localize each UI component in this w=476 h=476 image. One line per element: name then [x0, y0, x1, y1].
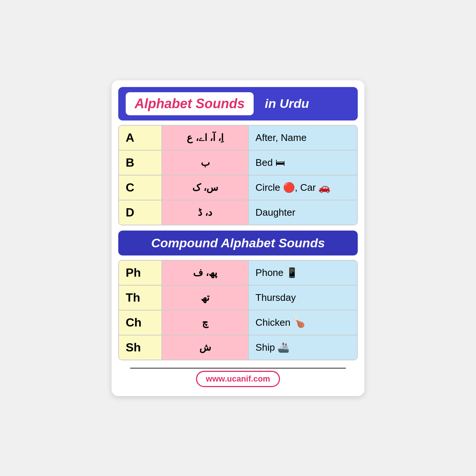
english-cell: Thursday: [249, 286, 357, 310]
compound-header-section: Compound Alphabet Sounds: [118, 231, 358, 255]
urdu-cell: د، ڈ: [162, 200, 249, 225]
urdu-cell: اِ، آ، اے، ع: [162, 126, 249, 150]
title-box: Alphabet Sounds: [126, 92, 254, 115]
compound-title: Compound Alphabet Sounds: [151, 236, 325, 250]
header-section: Alphabet Sounds in Urdu: [118, 87, 358, 120]
website-badge: www.ucanif.com: [196, 371, 280, 387]
table-row: D د، ڈ Daughter: [119, 200, 357, 225]
letter-cell: Ph: [119, 261, 162, 285]
subtitle: in Urdu: [265, 96, 309, 111]
footer-divider: [130, 368, 346, 369]
english-cell: Daughter: [249, 200, 357, 225]
table-row: Sh ش Ship 🚢: [119, 335, 357, 360]
table-row: Ph پھ، ف Phone 📱: [119, 261, 357, 286]
english-cell: Phone 📱: [249, 261, 357, 285]
urdu-cell: ب: [162, 151, 249, 175]
urdu-cell: س، ک: [162, 176, 249, 200]
english-cell: After, Name: [249, 126, 357, 150]
table-row: Ch چ Chicken 🍗: [119, 311, 357, 335]
letter-cell: C: [119, 176, 162, 200]
english-cell: Ship 🚢: [249, 335, 357, 360]
urdu-cell: چ: [162, 311, 249, 335]
main-title: Alphabet Sounds: [135, 96, 245, 111]
letter-cell: D: [119, 200, 162, 225]
main-card: Alphabet Sounds in Urdu A اِ، آ، اے، ع A…: [112, 80, 364, 396]
letter-cell: B: [119, 151, 162, 175]
english-cell: Bed 🛏: [249, 151, 357, 175]
letter-cell: Ch: [119, 311, 162, 335]
urdu-cell: ش: [162, 335, 249, 360]
letter-cell: Sh: [119, 335, 162, 360]
urdu-cell: پھ، ف: [162, 261, 249, 285]
table-row: C س، ک Circle 🔴, Car 🚗: [119, 176, 357, 200]
table-row: Th تھ Thursday: [119, 286, 357, 311]
footer-section: www.ucanif.com: [118, 368, 358, 387]
table-row: B ب Bed 🛏: [119, 151, 357, 176]
letter-cell: Th: [119, 286, 162, 310]
compound-table: Ph پھ، ف Phone 📱 Th تھ Thursday Ch چ Chi…: [118, 260, 358, 360]
letter-cell: A: [119, 126, 162, 150]
table-row: A اِ، آ، اے، ع After, Name: [119, 126, 357, 151]
urdu-cell: تھ: [162, 286, 249, 310]
alphabet-table: A اِ، آ، اے، ع After, Name B ب Bed 🛏 C س…: [118, 125, 358, 225]
english-cell: Circle 🔴, Car 🚗: [249, 176, 357, 200]
english-cell: Chicken 🍗: [249, 311, 357, 335]
